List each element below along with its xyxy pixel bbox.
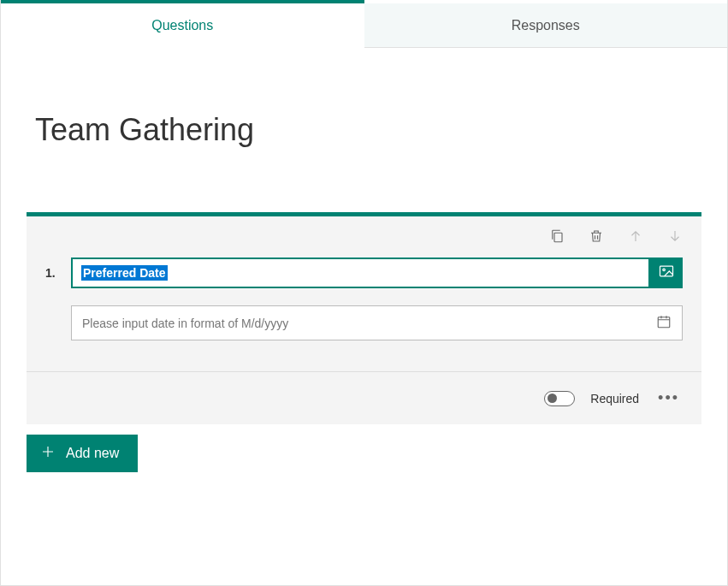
tab-questions[interactable]: Questions (1, 3, 364, 48)
required-toggle[interactable] (544, 391, 575, 406)
required-label: Required (590, 392, 639, 405)
arrow-down-icon[interactable] (667, 228, 683, 244)
tabs: Questions Responses (1, 3, 727, 48)
svg-rect-3 (658, 317, 670, 328)
date-placeholder: Please input date in format of M/d/yyyy (82, 317, 288, 330)
insert-image-button[interactable] (650, 257, 683, 288)
add-new-label: Add new (66, 446, 119, 461)
svg-point-2 (663, 269, 666, 271)
add-new-button[interactable]: Add new (27, 435, 138, 472)
copy-icon[interactable] (549, 228, 565, 244)
question-title-text: Preferred Date (81, 265, 168, 281)
question-toolbar (27, 216, 701, 251)
tab-responses[interactable]: Responses (364, 3, 728, 48)
arrow-up-icon[interactable] (628, 228, 643, 244)
calendar-icon (656, 314, 672, 332)
more-options-icon[interactable]: ••• (654, 389, 683, 407)
plus-icon (40, 444, 56, 463)
form-title[interactable]: Team Gathering (35, 112, 727, 148)
question-number: 1. (45, 266, 61, 280)
question-title-input[interactable]: Preferred Date (71, 257, 650, 288)
date-answer-field: Please input date in format of M/d/yyyy (71, 305, 683, 340)
question-card: 1. Preferred Date Please input date in f… (27, 212, 701, 424)
svg-rect-0 (554, 233, 562, 242)
image-icon (658, 263, 675, 283)
trash-icon[interactable] (589, 228, 604, 244)
toggle-knob (547, 394, 557, 403)
